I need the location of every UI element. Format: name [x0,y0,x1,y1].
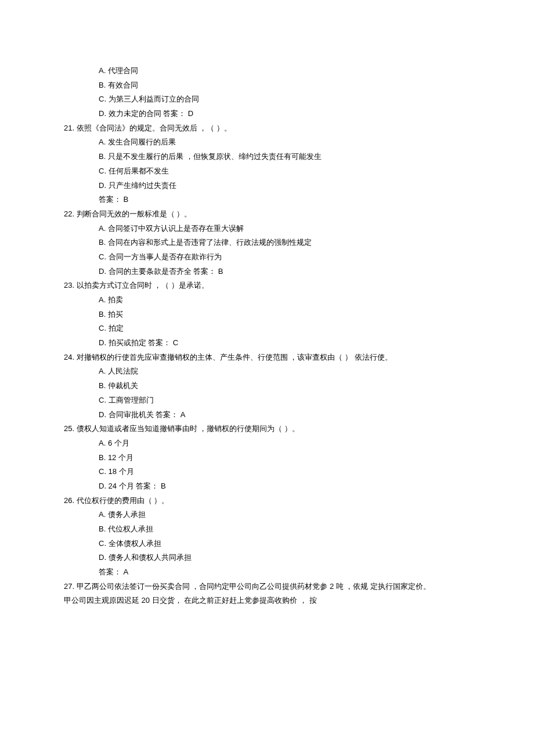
question-21-option-c: C. 任何后果都不发生 [64,164,470,179]
question-23-stem: 23. 以拍卖方式订立合同时 ，（ ）是承诺。 [64,278,470,293]
question-25-stem: 25. 债权人知道或者应当知道撤销事由时 ，撤销权的行使期间为（ ）。 [64,422,470,436]
question-26-answer: 答案： A [64,565,470,580]
question-22-option-d: D. 合同的主要条款是否齐全 答案： B [64,265,470,279]
question-21-option-d: D. 只产生缔约过失责任 [64,179,470,193]
question-21-answer: 答案： B [64,193,470,207]
question-22-option-c: C. 合同一方当事人是否存在欺诈行为 [64,250,470,265]
option-d: D. 效力未定的合同 答案： D [64,107,470,121]
question-26-option-a: A. 债务人承担 [64,508,470,522]
question-24-stem: 24. 对撤销权的行使首先应审查撤销权的主体、产生条件、行使范围 ，该审查权由（… [64,350,470,365]
question-23-option-a: A. 拍卖 [64,293,470,308]
question-21-option-b: B. 只是不发生履行的后果 ，但恢复原状、缔约过失责任有可能发生 [64,150,470,164]
option-b: B. 有效合同 [64,78,470,93]
question-26-option-b: B. 代位权人承担 [64,522,470,537]
question-22-option-a: A. 合同签订中双方认识上是否存在重大误解 [64,222,470,236]
question-21-option-a: A. 发生合同履行的后果 [64,135,470,150]
question-27-line1: 27. 甲乙两公司依法签订一份买卖合同 ，合同约定甲公司向乙公司提供药材党参 2… [64,580,470,594]
question-23-option-b: B. 拍买 [64,308,470,322]
question-26-stem: 26. 代位权行使的费用由（ ）。 [64,494,470,508]
question-26-option-d: D. 债务人和债权人共同承担 [64,551,470,565]
option-a: A. 代理合同 [64,64,470,78]
question-25-option-c: C. 18 个月 [64,465,470,479]
question-24-option-a: A. 人民法院 [64,364,470,379]
question-24-option-b: B. 仲裁机关 [64,379,470,393]
question-22-stem: 22. 判断合同无效的一般标准是（ ）。 [64,207,470,222]
question-22-option-b: B. 合同在内容和形式上是否违背了法律、行政法规的强制性规定 [64,236,470,250]
question-25-option-b: B. 12 个月 [64,451,470,465]
question-25-option-d: D. 24 个月 答案： B [64,479,470,494]
question-24-option-c: C. 工商管理部门 [64,393,470,408]
question-23-option-c: C. 拍定 [64,321,470,336]
question-25-option-a: A. 6 个月 [64,436,470,451]
question-27-line2: 甲公司因主观原因迟延 20 日交货， 在此之前正好赶上党参提高收购价 ， 按 [64,594,470,608]
question-21-stem: 21. 依照《合同法》的规定。合同无效后 ，（ ）。 [64,121,470,136]
option-c: C. 为第三人利益而订立的合同 [64,92,470,107]
question-24-option-d: D. 合同审批机关 答案： A [64,408,470,422]
question-26-option-c: C. 全体债权人承担 [64,537,470,551]
question-23-option-d: D. 拍买或拍定 答案： C [64,336,470,350]
